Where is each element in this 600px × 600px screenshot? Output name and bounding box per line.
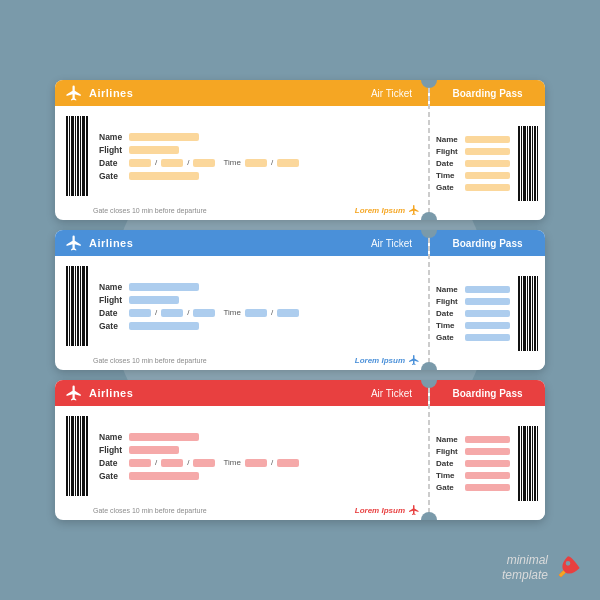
field-bar-name-blue (129, 283, 199, 291)
svg-rect-10 (523, 126, 526, 201)
ticket-separator-blue (428, 230, 430, 370)
airline-label-orange: Airlines (89, 87, 365, 99)
ticket-header-blue: Airlines Air Ticket (55, 230, 428, 256)
bp-bar-gate-red (465, 484, 510, 491)
svg-rect-12 (529, 126, 531, 201)
svg-rect-16 (66, 266, 68, 346)
svg-rect-32 (66, 416, 68, 496)
ticket-blue: Airlines Air Ticket (55, 230, 545, 370)
svg-rect-42 (523, 426, 526, 501)
bp-bar-time-blue (465, 322, 510, 329)
bp-field-date-orange: Date (436, 159, 511, 168)
svg-rect-30 (534, 276, 536, 351)
tickets-container: Airlines Air Ticket (55, 80, 545, 520)
template-label: template (502, 568, 548, 584)
svg-rect-31 (537, 276, 538, 351)
footer-brand-blue: Lorem Ipsum (355, 354, 420, 366)
ticket-separator-orange (428, 80, 430, 220)
svg-rect-43 (527, 426, 528, 501)
bp-field-date-red: Date (436, 459, 511, 468)
barcode-svg-left-orange (66, 116, 88, 196)
svg-rect-36 (77, 416, 79, 496)
bp-barcode-svg-red (518, 426, 538, 501)
bp-field-time-red: Time (436, 471, 511, 480)
ticket-body-blue: Name Flight Date / / Time (55, 256, 428, 352)
slash1-blue: / (155, 308, 157, 317)
footer-text-orange: Gate closes 10 min before departure (93, 207, 207, 214)
slash3-blue: / (271, 308, 273, 317)
bp-barcode-red (517, 426, 539, 501)
field-bar-time1-blue (245, 309, 267, 317)
field-row-gate-orange: Gate (99, 171, 420, 181)
svg-rect-46 (534, 426, 536, 501)
bp-bar-gate-orange (465, 184, 510, 191)
bp-bar-date-red (465, 460, 510, 467)
bp-fields-orange: Name Flight Date Time (436, 135, 511, 192)
svg-rect-20 (77, 266, 79, 346)
plane-small-orange (408, 204, 420, 216)
svg-rect-19 (75, 266, 76, 346)
svg-rect-7 (86, 116, 88, 196)
field-bar-time1-orange (245, 159, 267, 167)
plane-small-blue (408, 354, 420, 366)
bp-bar-date-blue (465, 310, 510, 317)
bp-bar-time-red (465, 472, 510, 479)
bp-header-label-orange: Boarding Pass (452, 88, 522, 99)
svg-rect-15 (537, 126, 538, 201)
field-label-flight-orange: Flight (99, 145, 125, 155)
field-bar-flight-orange (129, 146, 179, 154)
field-label-date-red: Date (99, 458, 125, 468)
bp-header-label-blue: Boarding Pass (452, 238, 522, 249)
bp-label-name-orange: Name (436, 135, 462, 144)
field-label-flight-red: Flight (99, 445, 125, 455)
bp-label-gate-orange: Gate (436, 183, 462, 192)
svg-rect-22 (82, 266, 85, 346)
svg-rect-6 (82, 116, 85, 196)
field-bar-date1-orange (129, 159, 151, 167)
bp-label-gate-red: Gate (436, 483, 462, 492)
field-bar-date2-blue (161, 309, 183, 317)
bp-barcode-orange (517, 126, 539, 201)
bp-bar-name-red (465, 436, 510, 443)
field-row-gate-red: Gate (99, 471, 420, 481)
field-row-gate-blue: Gate (99, 321, 420, 331)
svg-rect-41 (521, 426, 522, 501)
slash3-red: / (271, 458, 273, 467)
svg-rect-29 (532, 276, 533, 351)
svg-rect-38 (82, 416, 85, 496)
field-label-flight-blue: Flight (99, 295, 125, 305)
field-bar-time1-red (245, 459, 267, 467)
air-ticket-label-blue: Air Ticket (371, 238, 412, 249)
field-label-gate-blue: Gate (99, 321, 125, 331)
svg-rect-33 (69, 416, 70, 496)
bp-bar-name-blue (465, 286, 510, 293)
ticket-footer-orange: Gate closes 10 min before departure Lore… (55, 202, 428, 220)
ticket-header-red: Airlines Air Ticket (55, 380, 428, 406)
svg-rect-24 (518, 276, 520, 351)
bp-label-flight-blue: Flight (436, 297, 462, 306)
bp-label-name-red: Name (436, 435, 462, 444)
barcode-left-blue (63, 262, 91, 350)
bp-barcode-blue (517, 276, 539, 351)
bp-bar-flight-orange (465, 148, 510, 155)
field-bar-time2-orange (277, 159, 299, 167)
bp-label-time-blue: Time (436, 321, 462, 330)
footer-text-red: Gate closes 10 min before departure (93, 507, 207, 514)
ticket-orange: Airlines Air Ticket (55, 80, 545, 220)
field-bar-time2-blue (277, 309, 299, 317)
barcode-left-orange (63, 112, 91, 200)
ticket-body-orange: Name Flight Date / / Time (55, 106, 428, 202)
boarding-pass-orange: Boarding Pass Name Flight Date (430, 80, 545, 220)
fields-red: Name Flight Date / / Time (99, 412, 420, 500)
time-label-orange: Time (223, 158, 240, 167)
field-label-date-orange: Date (99, 158, 125, 168)
bp-label-date-blue: Date (436, 309, 462, 318)
bp-bar-flight-blue (465, 298, 510, 305)
bp-field-time-blue: Time (436, 321, 511, 330)
field-bar-date1-blue (129, 309, 151, 317)
time-label-blue: Time (223, 308, 240, 317)
svg-rect-4 (77, 116, 79, 196)
field-label-name-orange: Name (99, 132, 125, 142)
svg-rect-47 (537, 426, 538, 501)
air-ticket-label-red: Air Ticket (371, 388, 412, 399)
